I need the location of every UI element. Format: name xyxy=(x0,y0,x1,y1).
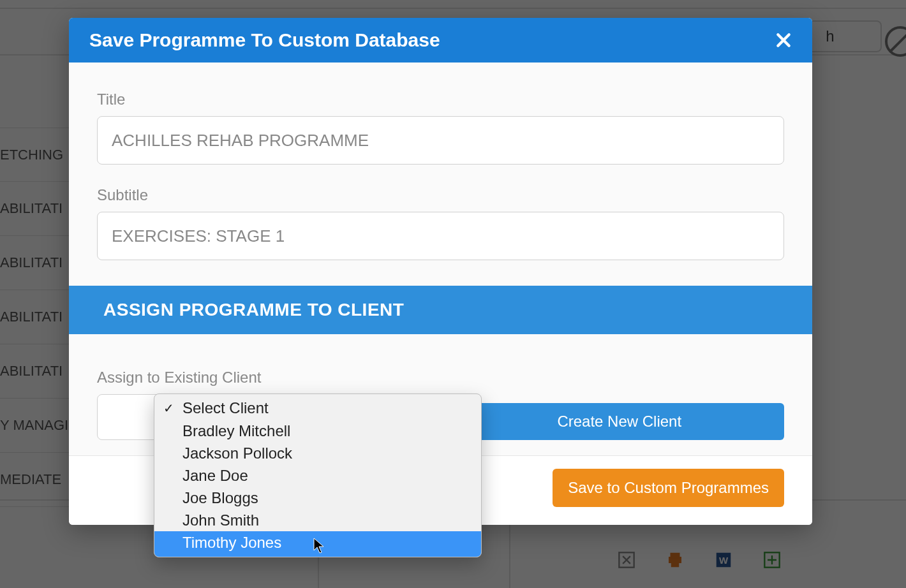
subtitle-input-value: EXERCISES: STAGE 1 xyxy=(112,226,285,246)
subtitle-input[interactable]: EXERCISES: STAGE 1 xyxy=(97,212,784,260)
modal-body: Title ACHILLES REHAB PROGRAMME Subtitle … xyxy=(69,62,812,286)
create-new-client-button[interactable]: Create New Client xyxy=(455,403,785,440)
client-option-label: Joe Bloggs xyxy=(182,489,258,507)
client-select-dropdown[interactable]: ✓Select ClientBradley MitchellJackson Po… xyxy=(154,393,482,557)
client-option-label: Bradley Mitchell xyxy=(182,422,290,440)
modal-title: Save Programme To Custom Database xyxy=(89,29,440,51)
save-to-custom-button[interactable]: Save to Custom Programmes xyxy=(553,469,784,507)
client-option[interactable]: Jane Doe xyxy=(154,464,481,487)
close-icon[interactable] xyxy=(775,32,792,48)
client-option[interactable]: Timothy Jones xyxy=(154,531,481,557)
title-label: Title xyxy=(97,91,784,108)
client-option[interactable]: John Smith xyxy=(154,509,481,531)
title-input[interactable]: ACHILLES REHAB PROGRAMME xyxy=(97,116,784,165)
assign-label: Assign to Existing Client xyxy=(97,369,427,386)
modal-header: Save Programme To Custom Database xyxy=(69,18,812,62)
client-option-label: Select Client xyxy=(182,399,269,417)
assign-new-col: Create New Client xyxy=(455,403,785,440)
check-icon: ✓ xyxy=(163,401,174,416)
client-option-label: Timothy Jones xyxy=(182,534,281,552)
assign-section-heading: ASSIGN PROGRAMME TO CLIENT xyxy=(69,286,812,334)
create-new-client-label: Create New Client xyxy=(557,413,681,430)
client-option[interactable]: ✓Select Client xyxy=(154,394,481,420)
client-option-label: John Smith xyxy=(182,511,259,529)
save-button-label: Save to Custom Programmes xyxy=(568,479,769,496)
client-option[interactable]: Bradley Mitchell xyxy=(154,420,481,442)
client-option[interactable]: Jackson Pollock xyxy=(154,442,481,464)
client-option[interactable]: Joe Bloggs xyxy=(154,487,481,509)
subtitle-label: Subtitle xyxy=(97,186,784,204)
client-option-label: Jackson Pollock xyxy=(182,445,292,462)
client-option-label: Jane Doe xyxy=(182,467,248,485)
title-input-value: ACHILLES REHAB PROGRAMME xyxy=(112,131,369,151)
